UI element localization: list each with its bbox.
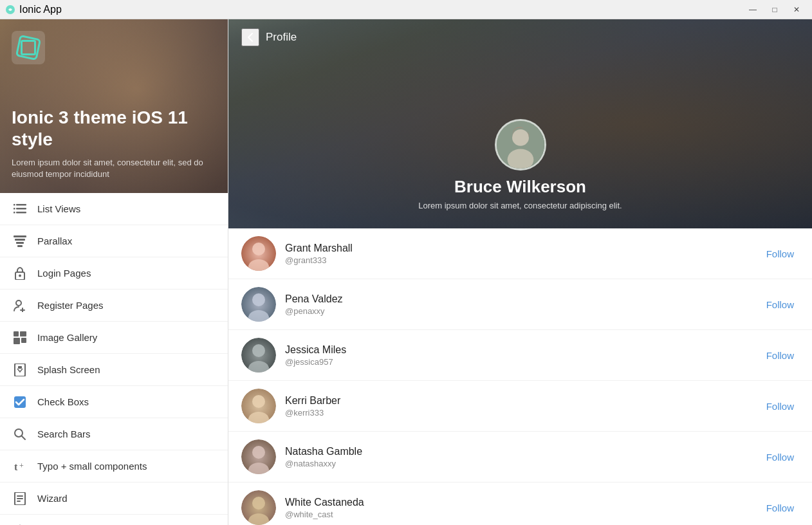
user-handle: @kerri333 xyxy=(285,408,752,418)
profile-page-title: Profile xyxy=(266,31,297,44)
avatar xyxy=(241,439,276,474)
svg-point-38 xyxy=(252,293,265,306)
sidebar-label-parallax: Parallax xyxy=(37,235,72,246)
login-icon xyxy=(13,266,27,281)
title-bar-left: Ionic App xyxy=(5,4,62,15)
svg-rect-25 xyxy=(17,495,23,497)
svg-rect-14 xyxy=(14,331,19,336)
right-panel: Profile Bruce Wilkerson Lorem xyxy=(228,19,812,525)
follow-button[interactable]: Follow xyxy=(761,397,799,416)
svg-point-12 xyxy=(19,274,21,277)
wizard-icon xyxy=(13,492,27,506)
table-row: Grant Marshall @grant333 Follow xyxy=(228,228,812,279)
user-handle: @penaxxy xyxy=(285,306,752,316)
svg-point-44 xyxy=(252,395,265,408)
user-handle: @natashaxxy xyxy=(285,459,752,468)
splash-icon xyxy=(13,363,27,377)
profile-topbar: Profile xyxy=(228,19,812,55)
maximize-button[interactable]: □ xyxy=(764,0,785,19)
list-icon xyxy=(13,202,27,216)
svg-rect-10 xyxy=(17,245,23,247)
svg-point-35 xyxy=(252,243,265,255)
svg-rect-16 xyxy=(14,338,20,344)
user-name: Kerri Barber xyxy=(285,395,752,407)
sidebar-item-register-pages[interactable]: Register Pages xyxy=(0,290,228,322)
sidebar-label-register: Register Pages xyxy=(37,300,104,311)
user-handle: @white_cast xyxy=(285,510,752,519)
user-info: White Castaneda @white_cast xyxy=(285,497,752,519)
follow-button[interactable]: Follow xyxy=(761,448,799,466)
svg-rect-6 xyxy=(14,212,15,214)
sidebar-label-list-views: List Views xyxy=(37,203,80,214)
nav-list: List Views Parallax xyxy=(0,193,228,525)
profile-bio: Lorem ipsum dolor sit amet, consectetur … xyxy=(418,201,622,210)
follow-button[interactable]: Follow xyxy=(761,295,799,314)
user-name: Natasha Gamble xyxy=(285,446,752,457)
user-handle: @grant333 xyxy=(285,255,752,265)
sidebar-label-wizard: Wizard xyxy=(37,493,68,504)
svg-point-50 xyxy=(252,497,265,510)
sidebar-item-image-gallery[interactable]: Image Gallery xyxy=(0,322,228,354)
left-panel: Ionic 3 theme iOS 11 style Lorem ipsum d… xyxy=(0,19,228,525)
user-info: Pena Valdez @penaxxy xyxy=(285,293,752,316)
main-layout: Ionic 3 theme iOS 11 style Lorem ipsum d… xyxy=(0,19,812,525)
sidebar-item-spinner[interactable]: Spinner xyxy=(0,515,228,525)
app-icon xyxy=(5,5,15,15)
svg-rect-4 xyxy=(14,204,15,206)
user-list: Grant Marshall @grant333 Follow Pena Val xyxy=(228,228,812,525)
avatar xyxy=(241,287,276,322)
svg-rect-1 xyxy=(16,204,26,206)
svg-rect-3 xyxy=(16,212,26,214)
svg-rect-27 xyxy=(17,501,21,502)
follow-button[interactable]: Follow xyxy=(761,346,799,365)
app-title: Ionic App xyxy=(19,4,62,15)
follow-button[interactable]: Follow xyxy=(761,499,799,517)
minimize-button[interactable]: — xyxy=(743,0,763,19)
svg-rect-8 xyxy=(15,239,25,241)
parallax-icon xyxy=(13,234,27,248)
svg-rect-17 xyxy=(21,338,26,343)
hero-logo xyxy=(12,31,45,64)
svg-point-21 xyxy=(15,429,23,437)
user-info: Kerri Barber @kerri333 xyxy=(285,395,752,418)
svg-rect-19 xyxy=(18,366,22,369)
profile-avatar-image xyxy=(497,121,544,169)
avatar xyxy=(241,338,276,373)
back-button[interactable] xyxy=(241,28,259,46)
gallery-icon xyxy=(13,331,27,345)
sidebar-item-typo[interactable]: t + Typo + small components xyxy=(0,450,228,483)
user-name: Jessica Miles xyxy=(285,344,752,356)
sidebar-label-gallery: Image Gallery xyxy=(37,332,97,343)
table-row: Jessica Miles @jessica957 Follow xyxy=(228,330,812,381)
avatar xyxy=(241,389,276,423)
hero-banner: Ionic 3 theme iOS 11 style Lorem ipsum d… xyxy=(0,19,228,193)
user-name: Grant Marshall xyxy=(285,243,752,254)
hero-subtitle: Lorem ipsum dolor sit amet, consectetur … xyxy=(12,157,216,180)
close-button[interactable]: ✕ xyxy=(786,0,807,19)
follow-button[interactable]: Follow xyxy=(761,244,799,263)
sidebar-item-search-bars[interactable]: Search Bars xyxy=(0,418,228,450)
sidebar-item-login-pages[interactable]: Login Pages xyxy=(0,257,228,290)
hero-content: Ionic 3 theme iOS 11 style Lorem ipsum d… xyxy=(12,107,216,180)
register-icon xyxy=(13,299,27,313)
profile-name: Bruce Wilkerson xyxy=(454,177,586,197)
sidebar-item-wizard[interactable]: Wizard xyxy=(0,483,228,515)
svg-rect-26 xyxy=(17,498,23,499)
svg-point-31 xyxy=(512,129,529,146)
svg-rect-9 xyxy=(16,242,24,244)
svg-text:+: + xyxy=(19,461,24,470)
svg-rect-18 xyxy=(15,364,25,376)
sidebar-item-list-views[interactable]: List Views xyxy=(0,193,228,225)
sidebar-label-login: Login Pages xyxy=(37,268,91,279)
table-row: Pena Valdez @penaxxy Follow xyxy=(228,279,812,330)
profile-header: Profile Bruce Wilkerson Lorem xyxy=(228,19,812,228)
sidebar-item-splash-screen[interactable]: Splash Screen xyxy=(0,354,228,386)
sidebar-item-check-boxs[interactable]: Check Boxs xyxy=(0,386,228,418)
table-row: Natasha Gamble @natashaxxy Follow xyxy=(228,432,812,483)
sidebar-item-parallax[interactable]: Parallax xyxy=(0,225,228,257)
svg-rect-2 xyxy=(16,208,26,210)
user-name: White Castaneda xyxy=(285,497,752,508)
user-info: Grant Marshall @grant333 xyxy=(285,243,752,265)
user-info: Jessica Miles @jessica957 xyxy=(285,344,752,367)
user-name: Pena Valdez xyxy=(285,293,752,305)
